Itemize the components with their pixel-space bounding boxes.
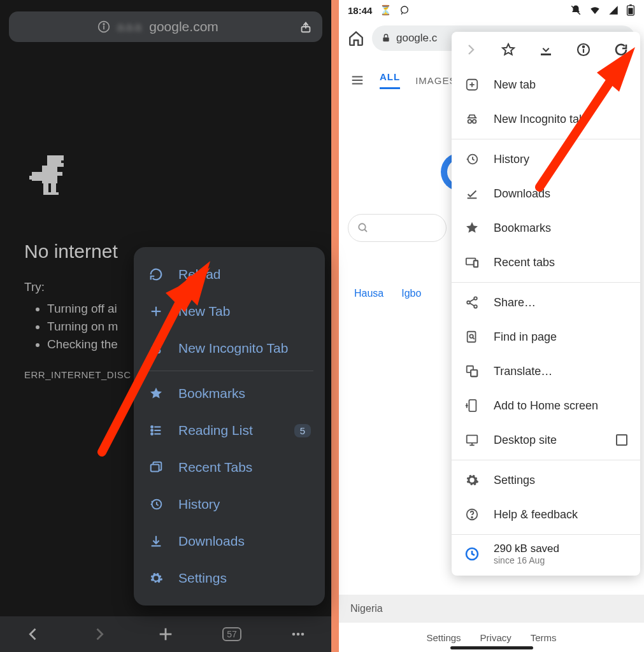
menu-bookmarks[interactable]: Bookmarks: [134, 375, 325, 412]
svg-point-44: [359, 223, 366, 230]
menu-incognito[interactable]: New Incognito Tab: [134, 330, 325, 367]
error-code: ERR_INTERNET_DISC: [24, 369, 131, 380]
menu-reload[interactable]: Reload: [134, 256, 325, 293]
menu-new-tab[interactable]: New Tab: [134, 293, 325, 330]
svg-point-31: [301, 633, 304, 636]
menu-bookmarks[interactable]: Bookmarks: [452, 211, 640, 245]
url-text: google.c: [396, 32, 437, 45]
svg-rect-69: [471, 370, 477, 376]
gear-icon: [464, 473, 480, 487]
hamburger-icon[interactable]: [350, 73, 364, 87]
menu-desktop-site[interactable]: Desktop site: [452, 423, 640, 457]
footer-link[interactable]: Settings: [426, 632, 461, 643]
svg-rect-8: [29, 176, 33, 180]
tab-count[interactable]: 57: [222, 627, 241, 641]
new-tab-icon[interactable]: [156, 625, 175, 643]
download-icon: [148, 534, 164, 548]
menu-history[interactable]: History: [134, 486, 325, 523]
menu-settings[interactable]: Settings: [452, 463, 640, 497]
reload-icon: [148, 267, 164, 281]
info-icon: [97, 20, 110, 33]
address-bar[interactable]: aaa google.com: [9, 11, 322, 42]
menu-recent-tabs[interactable]: Recent tabs: [452, 245, 640, 280]
home-indicator: [450, 646, 533, 649]
gear-icon: [148, 571, 164, 585]
history-icon: [148, 497, 164, 511]
svg-rect-7: [32, 172, 43, 181]
signal-icon: [608, 5, 619, 15]
svg-point-76: [471, 517, 473, 518]
more-icon[interactable]: [289, 625, 308, 643]
menu-new-tab[interactable]: New tab: [452, 67, 640, 102]
browser-menu: Reload New Tab New Incognito Tab Bookmar…: [134, 247, 325, 606]
right-screenshot: 18:44 ⏳ google.c ALL IMAG: [335, 0, 644, 652]
svg-rect-12: [43, 192, 51, 195]
tabs-icon: [148, 460, 164, 474]
data-saved-row[interactable]: 290 kB saved since 16 Aug: [452, 537, 640, 570]
menu-help[interactable]: Help & feedback: [452, 497, 640, 532]
menu-divider: [145, 371, 313, 371]
svg-point-24: [151, 433, 153, 435]
status-bar: 18:44 ⏳: [339, 0, 644, 18]
svg-rect-11: [51, 182, 56, 194]
menu-recent-tabs[interactable]: Recent Tabs: [134, 449, 325, 486]
search-icon: [357, 222, 369, 234]
dino-icon: [24, 153, 70, 199]
home-icon[interactable]: [348, 30, 364, 46]
forward-icon[interactable]: [90, 625, 109, 643]
svg-rect-13: [51, 192, 59, 195]
svg-rect-71: [469, 400, 476, 411]
svg-point-35: [401, 6, 408, 13]
reload-icon[interactable]: [613, 42, 629, 57]
page-title: No internet: [24, 241, 118, 262]
plus-icon: [148, 304, 164, 318]
svg-rect-46: [541, 53, 551, 55]
battery-icon: [626, 4, 635, 16]
menu-downloads[interactable]: Downloads: [134, 523, 325, 560]
wifi-icon: [589, 4, 601, 16]
svg-rect-39: [629, 4, 632, 6]
menu-translate[interactable]: Translate…: [452, 354, 640, 388]
forward-icon[interactable]: [463, 42, 478, 57]
footer-country: Nigeria: [339, 595, 644, 623]
footer-link[interactable]: Terms: [531, 632, 557, 643]
add-home-icon: [464, 399, 480, 413]
star-icon: [464, 221, 480, 235]
desktop-icon: [464, 433, 480, 447]
svg-point-30: [297, 633, 300, 636]
svg-point-53: [468, 120, 472, 124]
menu-incognito[interactable]: New Incognito tab: [452, 102, 640, 136]
menu-reading-list[interactable]: Reading List 5: [134, 412, 325, 449]
status-time: 18:44: [348, 5, 372, 16]
search-bar[interactable]: [348, 214, 447, 242]
incognito-icon: [464, 112, 480, 126]
lang-link[interactable]: Igbo: [401, 288, 421, 299]
menu-add-home[interactable]: Add to Home screen: [452, 388, 640, 423]
download-icon[interactable]: [538, 42, 554, 57]
info-icon[interactable]: [576, 42, 591, 57]
svg-rect-40: [383, 38, 389, 42]
star-icon[interactable]: [501, 42, 516, 57]
menu-history[interactable]: History: [452, 142, 640, 176]
share-icon[interactable]: [298, 20, 313, 34]
menu-settings[interactable]: Settings: [134, 560, 325, 597]
left-screenshot: aaa google.com No internet Try:: [0, 0, 335, 652]
menu-downloads[interactable]: Downloads: [452, 176, 640, 211]
svg-point-49: [583, 46, 584, 47]
lock-icon: [381, 33, 391, 43]
menu-share[interactable]: Share…: [452, 285, 640, 320]
footer-links: Settings Privacy Terms: [339, 632, 644, 643]
menu-find[interactable]: Find in page: [452, 320, 640, 354]
lang-link[interactable]: Hausa: [354, 288, 383, 299]
plus-box-icon: [464, 78, 480, 92]
tab-images[interactable]: IMAGES: [415, 75, 456, 86]
list-icon: [148, 423, 164, 437]
language-links: Hausa Igbo: [354, 288, 421, 299]
back-icon[interactable]: [24, 625, 43, 643]
help-icon: [464, 507, 480, 521]
svg-point-22: [151, 426, 153, 428]
footer-link[interactable]: Privacy: [480, 632, 512, 643]
svg-line-64: [469, 303, 474, 306]
desktop-checkbox[interactable]: [616, 434, 627, 446]
tab-all[interactable]: ALL: [380, 71, 400, 89]
